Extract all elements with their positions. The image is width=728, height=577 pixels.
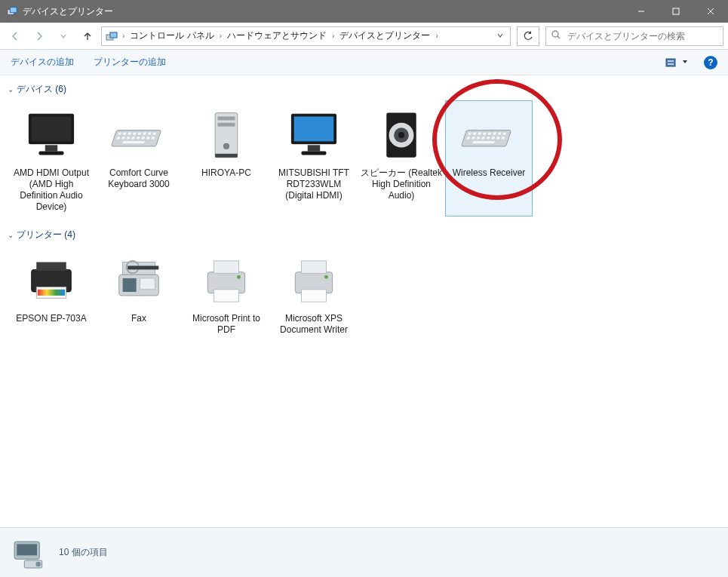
device-item[interactable]: AMD HDMI Output (AMD High Definition Aud… (8, 100, 95, 216)
svg-rect-1 (10, 8, 17, 13)
svg-rect-28 (126, 137, 131, 140)
monitor-icon (15, 104, 88, 167)
svg-rect-21 (132, 132, 137, 135)
svg-line-9 (558, 36, 560, 38)
device-item[interactable]: Fax (95, 246, 183, 339)
keyboard-icon (103, 104, 175, 167)
svg-rect-82 (302, 290, 327, 302)
device-label: AMD HDMI Output (AMD High Definition Aud… (10, 167, 93, 213)
svg-rect-53 (487, 132, 492, 135)
svg-rect-51 (478, 132, 482, 135)
svg-rect-3 (673, 8, 679, 14)
group-title: プリンター (4) (17, 229, 75, 241)
svg-point-8 (552, 31, 558, 37)
svg-rect-55 (497, 132, 502, 135)
device-label: Microsoft XPS Document Writer (272, 313, 355, 336)
svg-rect-14 (32, 117, 72, 142)
address-dropdown-button[interactable] (493, 31, 507, 41)
close-button[interactable] (693, 0, 728, 23)
details-pane: 10 個の項目 (0, 527, 728, 577)
svg-rect-69 (38, 290, 65, 296)
svg-rect-59 (476, 137, 481, 140)
svg-rect-37 (217, 123, 235, 127)
refresh-button[interactable] (517, 26, 539, 46)
svg-rect-7 (110, 32, 117, 38)
device-item[interactable]: EPSON EP-703A (8, 246, 95, 339)
svg-rect-64 (501, 137, 505, 140)
maximize-button[interactable] (659, 0, 693, 23)
view-options-button[interactable] (662, 55, 692, 70)
svg-rect-77 (214, 261, 239, 273)
device-label: Wireless Receiver (453, 167, 526, 179)
svg-rect-67 (36, 262, 66, 272)
svg-rect-33 (151, 137, 155, 140)
svg-rect-10 (666, 59, 675, 66)
tower-icon (190, 104, 263, 167)
svg-rect-75 (127, 265, 158, 269)
back-button[interactable] (5, 26, 26, 47)
minimize-button[interactable] (624, 0, 659, 23)
search-input[interactable] (566, 30, 718, 42)
device-label: HIROYA-PC (201, 167, 251, 179)
svg-rect-36 (217, 117, 235, 121)
monitor-blue-icon (278, 104, 350, 167)
svg-rect-62 (491, 137, 496, 140)
add-printer-button[interactable]: プリンターの追加 (94, 56, 166, 69)
device-grid: AMD HDMI Output (AMD High Definition Aud… (3, 99, 728, 224)
svg-rect-26 (116, 137, 121, 140)
device-item[interactable]: Microsoft Print to PDF (183, 246, 270, 339)
device-item[interactable]: スピーカー (Realtek High Definition Audio) (358, 100, 445, 216)
device-item[interactable]: Wireless Receiver (445, 100, 533, 216)
svg-rect-31 (141, 137, 146, 140)
svg-rect-56 (502, 132, 507, 135)
content-area: ⌄デバイス (6)AMD HDMI Output (AMD High Defin… (0, 75, 728, 527)
svg-rect-12 (668, 63, 674, 65)
device-label: Microsoft Print to PDF (185, 313, 268, 336)
search-icon (551, 29, 561, 42)
chevron-down-icon: ⌄ (8, 85, 14, 94)
devices-folder-icon (105, 29, 118, 43)
printer-icon (190, 250, 263, 313)
group-header[interactable]: ⌄デバイス (6) (3, 78, 728, 99)
group-header[interactable]: ⌄プリンター (4) (3, 224, 728, 244)
device-item[interactable]: MITSUBISHI TFT RDT233WLM (Digital HDMI) (270, 100, 358, 216)
speaker-icon (365, 104, 438, 167)
svg-rect-22 (137, 132, 142, 135)
device-item[interactable]: Microsoft XPS Document Writer (270, 246, 358, 339)
recent-locations-button[interactable] (53, 26, 74, 47)
up-button[interactable] (77, 26, 98, 47)
device-grid: EPSON EP-703AFaxMicrosoft Print to PDFMi… (3, 244, 728, 347)
breadcrumb-item-devices[interactable]: デバイスとプリンター (335, 27, 435, 45)
svg-rect-20 (127, 132, 132, 135)
search-box[interactable] (545, 26, 723, 46)
window-icon (6, 5, 18, 17)
svg-rect-25 (152, 132, 157, 135)
svg-rect-63 (496, 137, 500, 140)
device-label: スピーカー (Realtek High Definition Audio) (360, 167, 443, 201)
help-button[interactable]: ? (704, 56, 717, 69)
navigation-bar: › コントロール パネル › ハードウェアとサウンド › デバイスとプリンター … (0, 23, 728, 50)
svg-rect-72 (140, 278, 155, 290)
add-device-button[interactable]: デバイスの追加 (11, 56, 74, 69)
svg-rect-29 (131, 137, 135, 140)
window-title: デバイスとプリンター (23, 5, 624, 18)
svg-rect-52 (482, 132, 487, 135)
device-item[interactable]: Comfort Curve Keyboard 3000 (95, 100, 183, 216)
svg-rect-61 (486, 137, 490, 140)
svg-rect-78 (214, 290, 239, 302)
svg-point-83 (324, 275, 328, 279)
breadcrumb-item-control-panel[interactable]: コントロール パネル (125, 27, 218, 45)
breadcrumb-item-hardware[interactable]: ハードウェアとサウンド (223, 27, 331, 45)
svg-rect-18 (118, 132, 122, 135)
svg-rect-27 (121, 137, 125, 140)
svg-point-87 (35, 561, 41, 566)
svg-rect-71 (123, 278, 137, 292)
command-bar: デバイスの追加 プリンターの追加 ? (0, 50, 728, 75)
svg-rect-16 (39, 152, 64, 155)
address-bar[interactable]: › コントロール パネル › ハードウェアとサウンド › デバイスとプリンター … (101, 26, 511, 46)
forward-button[interactable] (29, 26, 50, 47)
device-item[interactable]: HIROYA-PC (183, 100, 270, 216)
svg-rect-42 (308, 145, 320, 151)
svg-rect-30 (136, 137, 140, 140)
svg-rect-32 (146, 137, 150, 140)
